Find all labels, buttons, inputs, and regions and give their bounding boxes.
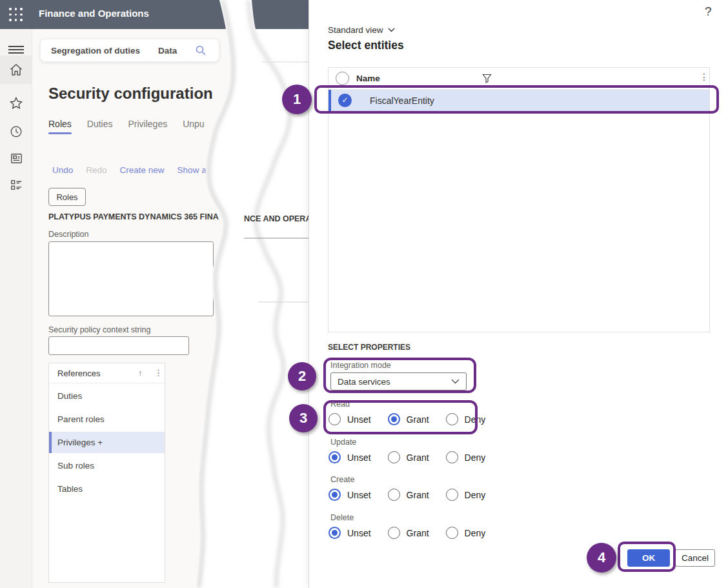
- permission-group-read: Read Unset Grant Deny: [330, 400, 496, 425]
- radio-update-deny[interactable]: [446, 451, 458, 463]
- radio-delete-deny[interactable]: [446, 527, 458, 539]
- radio-create-unset[interactable]: [329, 489, 341, 501]
- chevron-down-icon: [388, 28, 395, 32]
- action-links: Undo Redo Create new Show all l: [52, 165, 214, 175]
- radio-read-grant[interactable]: [388, 413, 400, 425]
- references-panel: References ↑ ⋮ Duties Parent roles Privi…: [48, 363, 165, 583]
- reference-item-privileges[interactable]: Privileges +: [49, 432, 165, 453]
- search-icon[interactable]: [195, 45, 207, 56]
- tab-duties[interactable]: Duties: [87, 119, 113, 134]
- description-textarea[interactable]: [48, 241, 214, 316]
- radio-label-deny: Deny: [465, 490, 486, 500]
- integration-mode-label: Integration mode: [330, 361, 391, 370]
- radio-read-unset[interactable]: [329, 413, 341, 425]
- references-more-icon[interactable]: ⋮: [154, 368, 163, 378]
- references-title: References: [57, 369, 100, 378]
- permission-group-update: Update Unset Grant Deny: [330, 438, 496, 463]
- security-policy-label: Security policy context string: [48, 325, 150, 334]
- cancel-button[interactable]: Cancel: [675, 549, 715, 567]
- select-properties-heading: SELECT PROPERTIES: [328, 343, 410, 352]
- permission-label-create: Create: [330, 475, 496, 484]
- role-section-header: PLATYPUS PAYMENTS DYNAMICS 365 FINA: [48, 212, 219, 221]
- app-title: Finance and Operations: [39, 8, 149, 19]
- radio-label-unset: Unset: [347, 490, 371, 500]
- show-all-link[interactable]: Show all l: [177, 165, 215, 175]
- column-header-name: Name: [356, 74, 380, 83]
- radio-label-grant: Grant: [407, 414, 429, 425]
- radio-update-unset[interactable]: [329, 451, 341, 463]
- radio-update-grant[interactable]: [388, 451, 400, 463]
- permission-label-delete: Delete: [330, 513, 496, 522]
- permission-group-create: Create Unset Grant Deny: [330, 475, 496, 501]
- modules-list-icon[interactable]: [0, 172, 32, 198]
- radio-create-deny[interactable]: [446, 489, 458, 501]
- nav-data[interactable]: Data: [158, 46, 177, 56]
- permission-group-delete: Delete Unset Grant Deny: [330, 513, 496, 539]
- redo-link[interactable]: Redo: [86, 165, 106, 175]
- tab-unpublished[interactable]: Unpu: [183, 119, 204, 134]
- favorites-star-icon[interactable]: [0, 90, 32, 116]
- workspaces-icon[interactable]: [0, 145, 32, 171]
- references-header: References ↑ ⋮: [49, 363, 165, 383]
- left-application-window: Finance and Operations Segregation of du…: [0, 0, 308, 588]
- radio-label-grant: Grant: [407, 452, 429, 463]
- radio-delete-grant[interactable]: [388, 527, 400, 539]
- reference-item-duties[interactable]: Duties: [49, 385, 165, 407]
- reference-item-sub-roles[interactable]: Sub roles: [49, 455, 165, 476]
- security-policy-input[interactable]: [48, 336, 189, 355]
- filter-icon[interactable]: [482, 74, 492, 86]
- help-icon[interactable]: ?: [705, 5, 712, 19]
- table-row-fiscalyearentity[interactable]: ✓ FiscalYearEntity: [329, 90, 709, 112]
- chevron-down-icon: [451, 379, 460, 384]
- radio-read-deny[interactable]: [446, 413, 458, 425]
- radio-label-deny: Deny: [465, 528, 486, 538]
- integration-mode-value: Data services: [338, 377, 390, 387]
- undo-link[interactable]: Undo: [52, 165, 73, 175]
- radio-label-grant: Grant: [407, 490, 429, 500]
- view-selector-label: Standard view: [328, 25, 383, 35]
- reference-item-tables[interactable]: Tables: [49, 478, 165, 500]
- tab-privileges[interactable]: Privileges: [128, 119, 167, 134]
- page-title: Security configuration: [48, 85, 213, 103]
- tab-roles[interactable]: Roles: [48, 119, 72, 134]
- entities-grid: Name ⋮ ✓ FiscalYearEntity: [328, 67, 710, 332]
- description-label: Description: [48, 230, 89, 239]
- select-all-checkbox[interactable]: [336, 72, 349, 85]
- roles-button[interactable]: Roles: [48, 188, 86, 206]
- app-header-bar: Finance and Operations: [0, 0, 308, 29]
- left-sidebar: [0, 29, 32, 588]
- permission-label-read: Read: [330, 400, 496, 409]
- permission-label-update: Update: [330, 438, 496, 447]
- page-tabs: Roles Duties Privileges Unpu: [48, 119, 205, 134]
- row-selected-check-icon[interactable]: ✓: [338, 94, 352, 107]
- grid-more-icon[interactable]: ⋮: [700, 72, 709, 82]
- ok-button[interactable]: OK: [627, 549, 670, 567]
- create-new-link[interactable]: Create new: [120, 165, 165, 175]
- dialog-title: Select entities: [328, 39, 404, 52]
- radio-label-grant: Grant: [407, 528, 429, 538]
- entity-name: FiscalYearEntity: [370, 96, 434, 106]
- radio-label-unset: Unset: [347, 414, 371, 425]
- sort-up-arrow-icon[interactable]: ↑: [138, 368, 143, 378]
- integration-mode-dropdown[interactable]: Data services: [330, 372, 467, 390]
- view-selector[interactable]: Standard view: [328, 25, 395, 35]
- reference-item-parent-roles[interactable]: Parent roles: [49, 409, 165, 430]
- recent-clock-icon[interactable]: [0, 119, 32, 145]
- app-launcher-icon[interactable]: [9, 8, 23, 22]
- radio-label-unset: Unset: [347, 528, 371, 538]
- grid-header-row: Name ⋮: [329, 68, 709, 90]
- nav-segregation-of-duties[interactable]: Segregation of duties: [51, 46, 140, 56]
- breadcrumb-bar: Segregation of duties Data: [40, 39, 219, 62]
- radio-create-grant[interactable]: [388, 489, 400, 501]
- radio-label-unset: Unset: [347, 452, 371, 463]
- home-icon[interactable]: [0, 56, 32, 84]
- radio-label-deny: Deny: [465, 414, 486, 425]
- radio-delete-unset[interactable]: [329, 527, 341, 539]
- radio-label-deny: Deny: [465, 452, 486, 463]
